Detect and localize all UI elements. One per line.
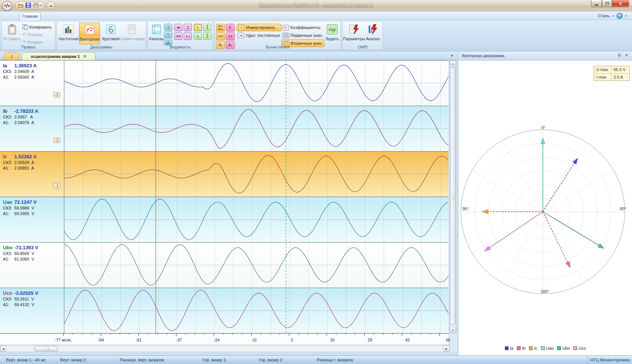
svg-text:√xy: √xy bbox=[328, 27, 336, 32]
hide-channel-icon[interactable] bbox=[164, 31, 172, 38]
vertical-visor-1-button[interactable]: I₁ bbox=[194, 24, 202, 31]
time-axis-label: -77 мсек. bbox=[55, 338, 72, 342]
style-button[interactable]: Стиль bbox=[598, 14, 610, 18]
channel-label-Ia: Ia1.36923 AСКЗ:2.04609 AA1:2.05042 A-1 bbox=[0, 60, 64, 106]
scroll-down-icon[interactable]: ▼ bbox=[450, 327, 456, 333]
invert-badge: -1 bbox=[53, 138, 60, 143]
minmax-button[interactable]: MinMax bbox=[216, 24, 225, 32]
phasor-Ic bbox=[482, 210, 488, 214]
channel-row-Uco[interactable]: Uco-3.02525 VСКЗ:59.2611 VA1:59.4132 V bbox=[0, 288, 448, 333]
restore-button[interactable] bbox=[602, 0, 612, 7]
tab-close-icon[interactable]: ✕ bbox=[83, 54, 87, 59]
invert-icon: -1 bbox=[238, 25, 245, 30]
channels-button[interactable]: ✓✓✓ Каналы bbox=[149, 23, 164, 44]
panel-close-icon[interactable]: ✕ bbox=[624, 53, 629, 58]
customize-qat-button[interactable]: ▂▾ bbox=[47, 1, 55, 9]
paste-button[interactable]: Вставить bbox=[3, 23, 21, 44]
time-axis-label: 16 bbox=[330, 338, 334, 342]
horizontal-scroll-thumb[interactable] bbox=[34, 346, 58, 351]
save-icon[interactable] bbox=[25, 2, 31, 9]
tab-glavnaya[interactable]: Главная bbox=[20, 12, 41, 20]
rms-value: 60.8505 V bbox=[14, 251, 34, 256]
scroll-right-icon[interactable]: ▶ bbox=[444, 346, 450, 352]
fd-button[interactable]: Fd bbox=[226, 32, 235, 40]
help-dropdown-icon[interactable]: ▾ bbox=[625, 14, 627, 18]
print-dropdown-icon[interactable]: ▾ bbox=[40, 4, 42, 7]
oscillogram-area[interactable]: Ia1.36923 AСКЗ:2.04609 AA1:2.05042 A-1Ib… bbox=[0, 60, 448, 333]
circular-diagram-button[interactable]: Круговая bbox=[100, 23, 121, 44]
horizontal-visor-2-button[interactable]: 2 bbox=[203, 32, 211, 40]
invert-button[interactable]: -1 Инвертировать bbox=[237, 24, 281, 31]
rms-label: СКЗ: bbox=[3, 251, 14, 256]
zoom-h-buttons: ◀▶ ▶◀ bbox=[174, 23, 182, 40]
legend-swatch bbox=[541, 346, 545, 350]
horizontal-scrollbar[interactable]: ◀ ▶ bbox=[0, 345, 450, 352]
open-file-icon[interactable] bbox=[18, 2, 24, 9]
channel-row-Ic[interactable]: Ic1.52262 AСКЗ:2.00529 AA1:2.00891 A-1 bbox=[0, 151, 448, 197]
app-logo-icon[interactable] bbox=[2, 1, 12, 11]
print-icon[interactable] bbox=[33, 2, 39, 9]
close-button[interactable]: ✕ bbox=[612, 0, 629, 7]
omp-parameters-button[interactable]: Параметры bbox=[344, 23, 364, 44]
channel-row-Ubo[interactable]: Ubo-73.1393 VСКЗ:60.8505 VA1:61.0065 V bbox=[0, 242, 448, 288]
bar-chart-icon bbox=[63, 24, 74, 35]
channel-row-Uao[interactable]: Uao72.1247 VСКЗ:59.0886 VA1:59.2405 V bbox=[0, 197, 448, 242]
time-axis-label: -64 bbox=[98, 338, 104, 342]
quick-access-toolbar: ▾ bbox=[15, 1, 44, 9]
pin-icon[interactable] bbox=[617, 53, 622, 58]
minimize-button[interactable] bbox=[591, 0, 602, 7]
channel-instant-value: 1.52262 A bbox=[14, 154, 37, 159]
time-axis-label: -11 bbox=[251, 338, 257, 342]
doc-tab-active[interactable]: осцилограмма аварии 1 ✕ bbox=[22, 52, 96, 60]
frequency-diagram-button[interactable]: Частотная bbox=[58, 23, 79, 44]
comments-button[interactable]: Комментарии bbox=[121, 23, 142, 44]
legend-item-Ic: Ic bbox=[529, 346, 538, 350]
a1-label: A1: bbox=[3, 166, 14, 170]
omp-analysis-button[interactable]: Анализ bbox=[364, 23, 381, 44]
undo-button[interactable]: ↶ Отмена bbox=[21, 31, 53, 38]
channel-name: Ubo bbox=[3, 245, 14, 250]
vector-diagram-button[interactable]: Векторная bbox=[79, 23, 100, 44]
expand-vertical-icon[interactable]: ▲▼ bbox=[184, 24, 192, 31]
show-channel-icon[interactable] bbox=[164, 24, 172, 30]
remove-dc-button[interactable]: -A₀ Удал. постоянную bbox=[237, 32, 281, 39]
channel-checklist-icon: ✓✓✓ bbox=[151, 24, 162, 35]
document-tab-bar: 1 осцилограмма аварии 1 ✕ ▼ bbox=[0, 52, 457, 60]
frequency-f-button[interactable]: F bbox=[226, 24, 235, 32]
a1-label: A1: bbox=[3, 302, 14, 307]
eye-buttons bbox=[164, 23, 172, 46]
style-controls: Стиль ▾ ? ▾ bbox=[598, 13, 627, 19]
application-window: ▾ ▂▾ Механотроника FastView 4.3 - осцило… bbox=[0, 0, 632, 364]
legend-item-Ubo: Ubo bbox=[557, 346, 570, 350]
legend-label: Ia bbox=[510, 346, 514, 350]
rms-button[interactable]: СКЗ bbox=[216, 32, 225, 40]
primary-values-icon bbox=[283, 33, 289, 38]
legend-swatch bbox=[573, 346, 577, 350]
doc-tab-index[interactable]: 1 bbox=[3, 53, 20, 60]
scroll-left-icon[interactable]: ◀ bbox=[0, 346, 6, 352]
ribbon-group-calculations: MinMax F СКЗ Fd A₁ A₁ -1 Инвертировать -… bbox=[214, 21, 341, 50]
channel-instant-value: -2.78233 A bbox=[14, 108, 38, 114]
invert-badge: -1 bbox=[53, 183, 60, 188]
primary-values-button[interactable]: Первичные знач. bbox=[281, 32, 324, 39]
channel-instant-value: -3.02525 V bbox=[14, 290, 38, 296]
a1-label: A1: bbox=[3, 75, 14, 79]
expand-horizontal-icon[interactable]: ◀▶ bbox=[174, 24, 182, 31]
channel-row-Ib[interactable]: Ib-2.78233 AСКЗ:2.0367 AA1:2.04075 A-1 bbox=[0, 106, 448, 151]
zoom-v-buttons: ▲▼ ▼▲ bbox=[184, 23, 192, 40]
help-icon[interactable]: ? bbox=[617, 13, 623, 19]
vertical-visor-2-button[interactable]: I₂ bbox=[194, 32, 202, 40]
vertical-scroll-thumb[interactable] bbox=[450, 67, 456, 325]
vertical-scrollbar[interactable]: ▲ ▼ bbox=[450, 60, 456, 333]
set-xy-button[interactable]: √xy Задать bbox=[325, 23, 339, 44]
style-dropdown-icon[interactable]: ▾ bbox=[612, 14, 614, 18]
shrink-vertical-icon[interactable]: ▼▲ bbox=[184, 32, 192, 40]
horizontal-visor-1-button[interactable]: 1 bbox=[203, 24, 211, 31]
visor2-buttons: 1 2 bbox=[203, 23, 211, 40]
coefficients-button[interactable]: *K Коэффициенты bbox=[281, 24, 324, 31]
scroll-up-icon[interactable]: ▲ bbox=[450, 61, 456, 67]
tab-list-dropdown-icon[interactable]: ▼ bbox=[450, 54, 454, 58]
channel-row-Ia[interactable]: Ia1.36923 AСКЗ:2.04609 AA1:2.05042 A-1 bbox=[0, 60, 448, 106]
copy-button[interactable]: Копировать bbox=[21, 23, 53, 30]
shrink-horizontal-icon[interactable]: ▶◀ bbox=[174, 32, 182, 40]
